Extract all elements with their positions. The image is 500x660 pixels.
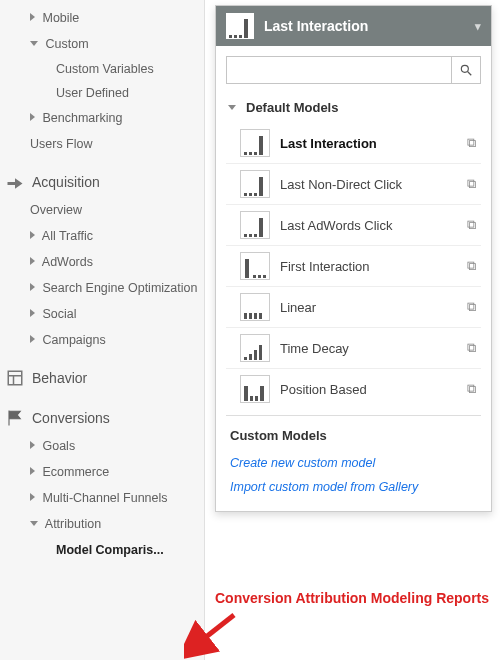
svg-rect-24 xyxy=(263,275,266,278)
copy-icon[interactable]: ⧉ xyxy=(463,176,479,192)
chevron-right-icon xyxy=(30,493,35,501)
sidebar-item-label: Search Engine Optimization xyxy=(42,281,197,295)
svg-rect-22 xyxy=(253,275,256,278)
dropdown-selected-label: Last Interaction xyxy=(264,18,368,34)
model-option-label: Linear xyxy=(280,300,453,315)
svg-rect-15 xyxy=(254,193,257,196)
chevron-right-icon xyxy=(30,309,35,317)
sidebar-item-all-traffic[interactable]: All Traffic xyxy=(0,223,204,249)
svg-rect-26 xyxy=(249,313,252,319)
sidebar-item-users-flow[interactable]: Users Flow xyxy=(0,131,204,157)
decay-icon xyxy=(240,334,270,362)
sidebar-item-label: Social xyxy=(42,307,76,321)
svg-rect-14 xyxy=(249,193,252,196)
svg-rect-30 xyxy=(249,354,252,360)
sidebar-section-behavior[interactable]: Behavior xyxy=(0,363,204,393)
model-option-law[interactable]: Last AdWords Click⧉ xyxy=(226,204,481,245)
sidebar-item-label: Multi-Channel Funnels xyxy=(42,491,167,505)
sidebar-item-mcf[interactable]: Multi-Channel Funnels xyxy=(0,485,204,511)
svg-rect-33 xyxy=(244,386,248,401)
sidebar-item-benchmarking[interactable]: Benchmarking xyxy=(0,105,204,131)
svg-rect-25 xyxy=(244,313,247,319)
sidebar-item-overview[interactable]: Overview xyxy=(0,197,204,223)
behavior-icon xyxy=(6,369,24,387)
sidebar-section-label: Behavior xyxy=(32,370,196,386)
svg-rect-9 xyxy=(244,152,247,155)
svg-rect-4 xyxy=(234,35,237,38)
sidebar-item-attribution[interactable]: Attribution xyxy=(0,511,204,537)
sidebar-item-custom[interactable]: Custom xyxy=(0,31,204,57)
chevron-down-icon xyxy=(30,521,38,526)
last-interaction-icon xyxy=(226,13,254,39)
model-option-label: Last Interaction xyxy=(280,136,453,151)
sidebar-item-model-comparison[interactable]: Model Comparis... xyxy=(0,537,204,563)
sidebar-item-campaigns[interactable]: Campaigns xyxy=(0,327,204,353)
chevron-right-icon xyxy=(30,13,35,21)
chevron-right-icon xyxy=(30,283,35,291)
sidebar-item-seo[interactable]: Search Engine Optimization xyxy=(0,275,204,301)
sidebar-item-label: Campaigns xyxy=(42,333,105,347)
model-option-label: Position Based xyxy=(280,382,453,397)
chevron-right-icon xyxy=(30,257,35,265)
svg-rect-36 xyxy=(260,386,264,401)
sidebar-item-label: Goals xyxy=(42,439,75,453)
svg-rect-3 xyxy=(229,35,232,38)
chevron-right-icon xyxy=(30,441,35,449)
last-icon xyxy=(240,211,270,239)
model-option-linear[interactable]: Linear⧉ xyxy=(226,286,481,327)
dropdown-header[interactable]: Last Interaction ▾ xyxy=(216,6,491,46)
svg-rect-29 xyxy=(244,357,247,360)
sidebar-item-user-defined[interactable]: User Defined xyxy=(0,81,204,105)
svg-rect-31 xyxy=(254,350,257,360)
sidebar-item-mobile[interactable]: Mobile xyxy=(0,5,204,31)
svg-rect-0 xyxy=(8,371,22,385)
copy-icon[interactable]: ⧉ xyxy=(463,217,479,233)
first-icon xyxy=(240,252,270,280)
model-search-input[interactable] xyxy=(227,57,451,83)
group-label-text: Default Models xyxy=(246,100,338,115)
create-custom-model-link[interactable]: Create new custom model xyxy=(226,451,481,475)
svg-rect-19 xyxy=(254,234,257,237)
model-option-pos[interactable]: Position Based⧉ xyxy=(226,368,481,409)
annotation-text: Conversion Attribution Modeling Reports xyxy=(215,590,489,606)
model-option-label: Last Non-Direct Click xyxy=(280,177,453,192)
chevron-right-icon xyxy=(30,467,35,475)
copy-icon[interactable]: ⧉ xyxy=(463,340,479,356)
sidebar-item-label: Benchmarking xyxy=(42,111,122,125)
last-icon xyxy=(240,129,270,157)
sidebar-section-conversions[interactable]: Conversions xyxy=(0,403,204,433)
svg-rect-23 xyxy=(258,275,261,278)
model-option-decay[interactable]: Time Decay⧉ xyxy=(226,327,481,368)
svg-rect-5 xyxy=(239,35,242,38)
import-custom-model-link[interactable]: Import custom model from Gallery xyxy=(226,475,481,499)
model-option-lnd[interactable]: Last Non-Direct Click⧉ xyxy=(226,163,481,204)
sidebar-section-label: Acquisition xyxy=(32,174,196,190)
svg-rect-11 xyxy=(254,152,257,155)
copy-icon[interactable]: ⧉ xyxy=(463,299,479,315)
svg-rect-34 xyxy=(250,396,253,401)
sidebar-item-social[interactable]: Social xyxy=(0,301,204,327)
default-models-header[interactable]: Default Models xyxy=(226,96,481,123)
models-list: Last Interaction⧉Last Non-Direct Click⧉L… xyxy=(226,123,481,409)
chevron-down-icon xyxy=(228,105,236,110)
sidebar-item-label: All Traffic xyxy=(42,229,93,243)
sidebar-item-custom-variables[interactable]: Custom Variables xyxy=(0,57,204,81)
sidebar-item-ecommerce[interactable]: Ecommerce xyxy=(0,459,204,485)
model-option-first[interactable]: First Interaction⧉ xyxy=(226,245,481,286)
svg-rect-10 xyxy=(249,152,252,155)
sidebar-item-adwords[interactable]: AdWords xyxy=(0,249,204,275)
sidebar-section-acquisition[interactable]: Acquisition xyxy=(0,167,204,197)
search-button[interactable] xyxy=(451,57,480,83)
svg-rect-18 xyxy=(249,234,252,237)
left-sidebar: Mobile Custom Custom Variables User Defi… xyxy=(0,0,205,660)
sidebar-item-label: Mobile xyxy=(42,11,79,25)
copy-icon[interactable]: ⧉ xyxy=(463,258,479,274)
chevron-right-icon xyxy=(30,113,35,121)
sidebar-item-goals[interactable]: Goals xyxy=(0,433,204,459)
copy-icon[interactable]: ⧉ xyxy=(463,135,479,151)
position-icon xyxy=(240,375,270,403)
chevron-right-icon xyxy=(30,335,35,343)
copy-icon[interactable]: ⧉ xyxy=(463,381,479,397)
model-option-last[interactable]: Last Interaction⧉ xyxy=(226,123,481,163)
flag-icon xyxy=(6,409,24,427)
